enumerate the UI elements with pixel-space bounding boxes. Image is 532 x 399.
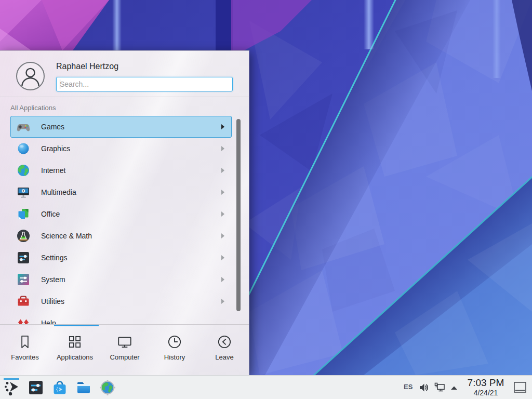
category-label: Office: [41, 210, 221, 218]
favorites-icon: [17, 334, 33, 350]
submenu-arrow-icon: [221, 146, 224, 151]
digital-clock[interactable]: 7:03 PM 4/24/21: [462, 377, 510, 397]
keyboard-layout-indicator[interactable]: ES: [404, 383, 413, 391]
category-item-settings[interactable]: Settings: [10, 247, 232, 269]
tab-label: Computer: [110, 353, 139, 361]
tab-favorites[interactable]: Favorites: [0, 327, 50, 376]
category-item-science[interactable]: Science & Math: [10, 225, 232, 247]
network-icon[interactable]: [434, 382, 446, 393]
settings-icon: [17, 251, 30, 264]
category-item-help[interactable]: Help: [10, 312, 232, 325]
taskbar-panel: ES 7: [0, 375, 532, 399]
category-item-games[interactable]: Games: [10, 116, 232, 138]
tab-label: Favorites: [11, 353, 38, 361]
submenu-arrow-icon: [221, 233, 224, 238]
tab-label: Applications: [57, 353, 93, 361]
submenu-arrow-icon: [221, 211, 224, 217]
system-settings-icon: [28, 379, 44, 396]
category-item-system[interactable]: System: [10, 269, 232, 290]
games-icon: [17, 120, 30, 134]
category-label: Graphics: [41, 144, 221, 153]
category-label: Settings: [41, 254, 221, 262]
active-tab-indicator: [54, 325, 99, 326]
user-avatar: [16, 62, 45, 90]
category-item-multimedia[interactable]: Multimedia: [10, 181, 232, 203]
launcher-tab-bar: Favorites Applications: [0, 327, 249, 376]
tab-history[interactable]: History: [150, 327, 200, 376]
category-label: System: [41, 275, 221, 284]
expand-tray-icon[interactable]: [450, 384, 461, 395]
kickoff-icon: [4, 379, 20, 396]
header-divider: [0, 97, 249, 97]
category-label: Utilities: [41, 297, 221, 305]
tab-leave[interactable]: Leave: [200, 327, 249, 376]
graphics-icon: [17, 142, 30, 155]
taskbar-web-browser-button[interactable]: [98, 378, 117, 397]
clock-time: 7:03 PM: [462, 377, 510, 389]
tab-applications[interactable]: Applications: [50, 327, 100, 376]
utilities-icon: [17, 295, 30, 308]
computer-icon: [116, 334, 133, 350]
volume-icon[interactable]: [418, 382, 430, 393]
taskbar-launcher-button[interactable]: [3, 378, 21, 397]
multimedia-icon: [17, 185, 30, 199]
submenu-arrow-icon: [221, 255, 224, 260]
internet-icon: [17, 164, 30, 177]
submenu-arrow-icon: [221, 299, 224, 304]
tab-label: Leave: [215, 353, 233, 361]
category-list: Games Graphics: [0, 116, 236, 325]
discover-icon: [51, 379, 68, 396]
category-label: Multimedia: [41, 188, 221, 196]
category-item-office[interactable]: Office: [10, 203, 232, 225]
browser-icon: [99, 379, 116, 396]
dolphin-icon: [75, 379, 92, 396]
active-task-indicator: [4, 378, 19, 380]
category-item-graphics[interactable]: Graphics: [10, 138, 232, 159]
tab-label: History: [164, 353, 185, 361]
user-name: Raphael Hertzog: [56, 62, 118, 71]
taskbar-discover-button[interactable]: [50, 378, 69, 397]
category-item-internet[interactable]: Internet: [10, 159, 232, 181]
list-scrollbar[interactable]: [236, 119, 241, 311]
footer-divider: [0, 324, 249, 325]
taskbar-file-manager-button[interactable]: [74, 378, 93, 397]
office-icon: [17, 207, 30, 221]
system-icon: [17, 273, 30, 286]
category-label: Internet: [41, 166, 221, 175]
submenu-arrow-icon: [221, 124, 224, 129]
help-icon: [17, 316, 30, 325]
section-label: All Applications: [10, 104, 56, 112]
science-icon: [17, 229, 30, 243]
submenu-arrow-icon: [221, 168, 224, 173]
submenu-arrow-icon: [221, 277, 224, 282]
tab-computer[interactable]: Computer: [100, 327, 150, 376]
clock-date: 4/24/21: [462, 389, 510, 397]
submenu-arrow-icon: [221, 190, 224, 195]
applications-icon: [66, 334, 83, 350]
search-input[interactable]: [56, 77, 233, 91]
taskbar-system-settings-button[interactable]: [26, 378, 45, 397]
category-label: Games: [41, 123, 221, 131]
leave-icon: [216, 334, 233, 350]
history-icon: [166, 334, 183, 350]
application-launcher-popup: Raphael Hertzog All Applications: [0, 50, 249, 375]
show-desktop-button[interactable]: [513, 381, 527, 394]
desktop: Raphael Hertzog All Applications: [0, 0, 532, 399]
user-icon: [17, 63, 44, 89]
text-cursor: [60, 79, 60, 89]
category-item-utilities[interactable]: Utilities: [10, 290, 232, 312]
category-label: Science & Math: [41, 232, 221, 240]
